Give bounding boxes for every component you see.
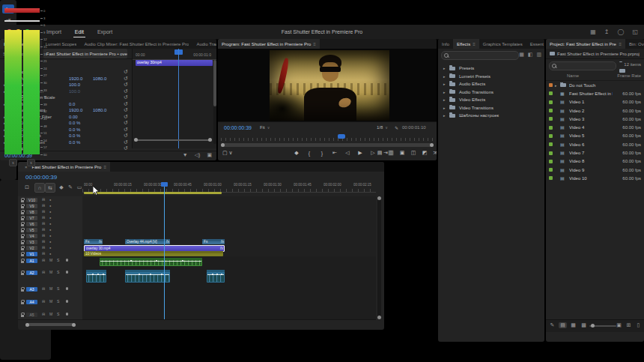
twirl-icon[interactable]: ▸ — [443, 74, 446, 79]
tab-effects[interactable]: Effects≡ — [453, 39, 479, 49]
clip-10-videos[interactable]: 10 Videos — [84, 251, 223, 256]
extract-icon[interactable]: ▥ — [388, 150, 394, 156]
audio-loop-icon[interactable]: ◁) — [195, 152, 201, 158]
track-target-v8[interactable]: V8 — [26, 210, 37, 214]
effects-folder-audio-effects[interactable]: ▸Audio Effects — [438, 80, 544, 88]
program-timecode[interactable]: 00:00:00:39 — [224, 125, 252, 130]
overflow-icon[interactable]: ≫ — [433, 150, 437, 156]
step-back-icon[interactable]: ◁ — [344, 150, 351, 156]
panel-menu-icon[interactable]: ≡ — [473, 42, 476, 46]
toggle-track-output-icon[interactable]: ● — [49, 222, 51, 226]
panel-menu-icon[interactable]: ≡ — [619, 42, 622, 46]
clip-fx[interactable]: Fxfx — [84, 239, 103, 244]
track-target-v1[interactable]: V1 — [26, 252, 37, 256]
track-lock-icon[interactable] — [21, 259, 25, 263]
mute-track-button[interactable]: M — [49, 313, 52, 316]
audio-clip-steel-3[interactable] — [207, 270, 225, 283]
twirl-icon[interactable]: ▸ — [443, 113, 446, 118]
tab-essent[interactable]: Essent≫ — [526, 39, 544, 49]
clip-indicator-left-right[interactable] — [4, 8, 40, 13]
keyframe-dot[interactable] — [182, 260, 183, 262]
label-color-chip[interactable] — [549, 151, 553, 155]
reset-parameter-icon[interactable]: ↺ — [124, 95, 128, 100]
timeline-ruler[interactable]: 00:0000:00:00:1500:00:00:3000:00:00:4500… — [82, 181, 376, 193]
mute-track-button[interactable]: M — [49, 259, 52, 262]
panel-menu-icon[interactable]: ≡ — [103, 165, 106, 169]
tab-info[interactable]: Info — [438, 39, 453, 49]
label-color-chip[interactable] — [549, 126, 553, 130]
twirl-icon[interactable]: ▸ — [443, 82, 446, 86]
sync-lock-icon[interactable]: ⊟ — [42, 252, 45, 256]
toggle-track-output-icon[interactable]: ● — [49, 252, 51, 256]
clip-fx[interactable]: Fxfx — [202, 239, 225, 244]
track-target-v7[interactable]: V7 — [26, 216, 37, 220]
thumbnail-zoom-slider[interactable] — [589, 325, 616, 327]
sync-lock-icon[interactable]: ⊟ — [42, 198, 45, 202]
multicam-icon[interactable]: ◩ — [422, 150, 428, 156]
label-color-chip[interactable] — [549, 134, 553, 138]
project-row-do-not-touch[interactable]: ▸Do not Touch — [546, 81, 644, 89]
label-color-chip[interactable] — [549, 117, 553, 121]
sync-lock-icon[interactable]: ⊟ — [42, 300, 45, 304]
reset-parameter-icon[interactable]: ↺ — [124, 133, 128, 138]
audio-lane-a5[interactable] — [82, 310, 376, 320]
sync-lock-icon[interactable]: ⊟ — [42, 271, 45, 274]
label-color-chip[interactable] — [549, 83, 553, 87]
program-playhead-handle[interactable] — [338, 134, 345, 139]
playback-resolution-dropdown[interactable]: 1/8∨ — [377, 125, 388, 130]
track-target-v3[interactable]: V3 — [26, 240, 37, 244]
sync-lock-icon[interactable]: ⊟ — [42, 246, 45, 250]
audio-lane-a4[interactable] — [82, 298, 376, 311]
sync-lock-icon[interactable]: ⊟ — [42, 287, 45, 291]
nest-icon[interactable]: ⊡ — [22, 183, 31, 191]
track-lock-icon[interactable] — [21, 287, 25, 292]
reset-parameter-icon[interactable]: ↺ — [124, 127, 128, 132]
timeline-playhead[interactable] — [164, 187, 165, 319]
mute-track-button[interactable]: M — [49, 287, 52, 291]
solo-track-button[interactable]: S — [57, 271, 59, 274]
property-value[interactable]: 0.00 — [69, 115, 78, 119]
add-marker-icon[interactable]: ◆ — [293, 150, 300, 156]
project-row-video-6[interactable]: ▤Video 660.00 fps — [546, 140, 644, 148]
quick-export-icon[interactable]: ↥ — [604, 28, 610, 35]
effects-folder-шаблоны-настроек[interactable]: ▸Шаблоны настроек — [438, 112, 544, 120]
volume-keyframe-line[interactable] — [126, 274, 169, 275]
track-lock-icon[interactable] — [21, 313, 25, 317]
label-color-chip[interactable] — [549, 160, 553, 163]
list-view-icon[interactable]: ▤ — [559, 322, 567, 328]
sync-lock-icon[interactable]: ⊟ — [42, 210, 45, 214]
track-target-v9[interactable]: V9 — [26, 204, 37, 208]
twirl-icon[interactable]: ▸ — [443, 90, 446, 94]
property-value[interactable]: 0.0 % — [69, 133, 80, 138]
audio-lane-a3[interactable] — [82, 285, 376, 298]
menu-item-export[interactable]: Export — [96, 28, 114, 36]
property-value[interactable]: 1920.0 — [69, 76, 82, 81]
mini-timeline-vscrollbar[interactable] — [213, 60, 216, 144]
track-target-v5[interactable]: V5 — [26, 228, 37, 232]
clip-overlay-44-mp4-v[interactable]: Overlay 44.mp4 [V]fx — [125, 239, 170, 244]
comparison-view-icon[interactable]: ◫ — [410, 150, 416, 156]
reset-parameter-icon[interactable]: ↺ — [124, 121, 128, 125]
mark-in-icon[interactable]: { — [306, 151, 313, 156]
property-value[interactable]: 1080.0 — [93, 108, 106, 112]
linked-selection-icon[interactable]: ⇆ — [45, 183, 55, 193]
menu-item-edit[interactable]: Edit — [73, 28, 85, 36]
volume-keyframe-line[interactable] — [100, 261, 201, 262]
property-value[interactable]: 100.0 — [69, 82, 80, 87]
reset-parameter-icon[interactable]: ↺ — [124, 82, 128, 87]
audio-track-header-a4[interactable]: A4⊟MS — [18, 298, 82, 311]
track-target-v2[interactable]: V2 — [26, 246, 37, 250]
label-color-chip[interactable] — [549, 100, 553, 104]
voiceover-record-icon[interactable] — [66, 259, 68, 262]
timeline-vscrollbar[interactable] — [377, 196, 381, 319]
sync-lock-icon[interactable]: ⊟ — [42, 313, 45, 316]
track-target-a3[interactable]: A3 — [26, 287, 37, 292]
track-target-a1[interactable]: A1 — [26, 259, 37, 263]
add-marker-icon[interactable]: ◆ — [57, 183, 66, 191]
sequence-clip-tab[interactable]: Fast Shutter Effect in Premiere Pro • ov… — [43, 49, 127, 58]
freeform-view-icon[interactable]: ▩ — [580, 322, 588, 328]
effects-search-input[interactable] — [441, 51, 519, 60]
toggle-track-output-icon[interactable]: ● — [49, 198, 51, 202]
reset-parameter-icon[interactable]: ↺ — [124, 108, 128, 112]
timeline-hscrollbar[interactable] — [25, 322, 376, 327]
